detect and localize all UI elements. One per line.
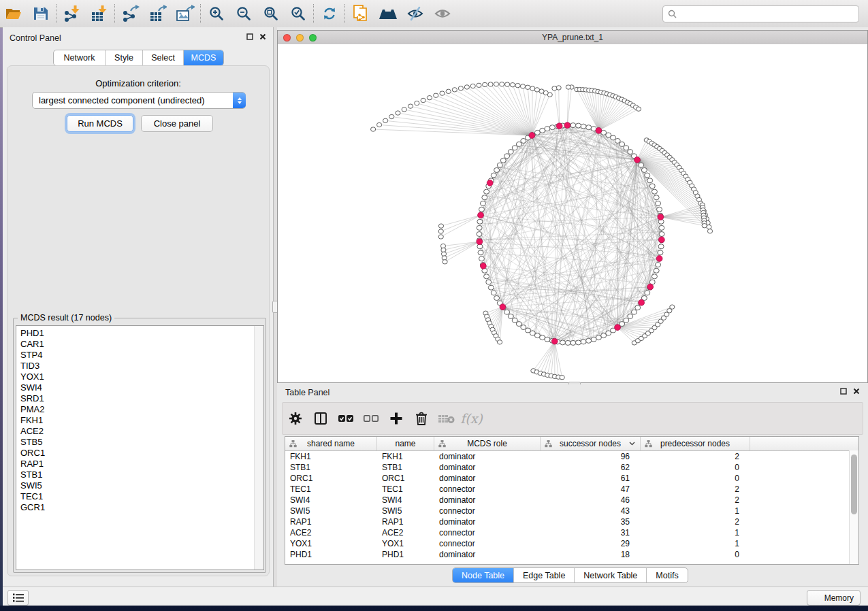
float-window-icon[interactable] [840, 388, 847, 395]
table-cell[interactable]: dominator [434, 517, 541, 527]
table-cell[interactable]: connector [434, 506, 541, 516]
tab-mcds[interactable]: MCDS [184, 50, 223, 65]
table-cell[interactable]: 29 [541, 539, 641, 548]
import-table-button[interactable] [86, 2, 113, 25]
table-cell[interactable]: 0 [641, 474, 750, 483]
table-cell[interactable]: 1 [641, 528, 750, 538]
table-cell[interactable]: ACE2 [285, 528, 377, 538]
mcds-result-item[interactable]: PHD1 [16, 326, 263, 339]
mcds-result-item[interactable]: SWI5 [16, 480, 263, 491]
mcds-result-item[interactable]: SRD1 [16, 393, 263, 404]
close-panel-button[interactable]: Close panel [141, 115, 213, 132]
table-cell[interactable]: 2 [641, 495, 750, 505]
table-settings-button[interactable] [283, 405, 308, 432]
network-graph[interactable] [278, 44, 867, 382]
search-field[interactable] [662, 5, 859, 22]
mcds-result-item[interactable]: PMA2 [16, 404, 263, 415]
show-graphics-details-button[interactable] [429, 2, 456, 25]
hide-graphics-details-button[interactable] [402, 2, 429, 25]
tab-motifs[interactable]: Motifs [647, 568, 687, 582]
table-cell[interactable]: SWI4 [285, 495, 377, 505]
table-row[interactable]: STB1STB1dominator620 [285, 462, 858, 473]
table-cell[interactable]: 31 [541, 528, 641, 538]
unselect-all-columns-button[interactable] [358, 405, 383, 432]
mcds-result-item[interactable]: TEC1 [16, 491, 263, 502]
table-cell[interactable]: ORC1 [285, 474, 377, 483]
table-row[interactable]: ACE2ACE2connector311 [285, 527, 858, 538]
network-overview-button[interactable] [374, 2, 402, 25]
table-cell[interactable]: STB1 [285, 463, 377, 472]
tab-style[interactable]: Style [106, 50, 143, 65]
mcds-result-item[interactable]: ACE2 [16, 426, 263, 437]
table-cell[interactable]: 2 [641, 517, 750, 527]
table-cell[interactable]: YOX1 [377, 539, 434, 548]
network-canvas[interactable] [278, 44, 867, 382]
table-cell[interactable]: YOX1 [285, 539, 377, 548]
mcds-list-scrollbar[interactable] [254, 326, 263, 569]
mcds-result-item[interactable]: ORC1 [16, 448, 263, 459]
table-cell[interactable]: dominator [434, 495, 541, 505]
table-cell[interactable]: 43 [541, 506, 641, 516]
mcds-result-item[interactable]: GCR1 [16, 502, 263, 513]
table-cell[interactable]: FKH1 [285, 452, 377, 461]
tab-network[interactable]: Network [54, 50, 106, 65]
table-row[interactable]: SWI5SWI5connector431 [285, 506, 858, 516]
table-cell[interactable]: STB1 [377, 463, 434, 472]
table-cell[interactable]: 35 [541, 517, 641, 527]
table-cell[interactable]: PHD1 [285, 550, 377, 559]
table-cell[interactable]: ORC1 [377, 474, 434, 483]
mcds-result-item[interactable]: STB1 [16, 469, 263, 480]
table-cell[interactable]: RAP1 [285, 517, 377, 527]
table-row[interactable]: PHD1PHD1dominator180 [285, 549, 858, 560]
table-scrollbar-thumb[interactable] [851, 455, 857, 514]
table-row[interactable]: SWI4SWI4dominator462 [285, 495, 858, 506]
column-header-name[interactable]: name [377, 437, 434, 450]
mcds-result-item[interactable]: YOX1 [16, 371, 263, 382]
zoom-fit-button[interactable] [257, 2, 285, 25]
table-cell[interactable]: 47 [541, 484, 641, 494]
column-header-successor-nodes[interactable]: successor nodes [541, 437, 641, 450]
table-cell[interactable]: 2 [641, 452, 750, 461]
table-row[interactable]: RAP1RAP1dominator352 [285, 516, 858, 527]
table-cell[interactable]: 18 [541, 550, 641, 559]
zoom-in-button[interactable] [203, 2, 230, 25]
table-cell[interactable]: dominator [434, 463, 541, 472]
close-panel-icon[interactable] [853, 388, 860, 395]
mcds-result-item[interactable]: TID3 [16, 361, 263, 371]
share-document-button[interactable] [347, 2, 374, 25]
zoom-out-button[interactable] [230, 2, 257, 25]
open-file-button[interactable] [0, 2, 27, 25]
table-row[interactable]: FKH1FKH1dominator962 [285, 451, 858, 462]
table-cell[interactable]: ACE2 [377, 528, 434, 538]
table-cell[interactable]: SWI4 [377, 495, 434, 505]
tab-select[interactable]: Select [143, 50, 184, 65]
mcds-result-item[interactable]: STB5 [16, 437, 263, 448]
table-cell[interactable]: connector [434, 539, 541, 548]
mcds-result-item[interactable]: CAR1 [16, 339, 263, 350]
column-header-mcds-role[interactable]: MCDS role [434, 437, 541, 450]
add-column-button[interactable] [383, 405, 408, 432]
table-cell[interactable]: connector [434, 528, 541, 538]
table-row[interactable]: YOX1YOX1connector291 [285, 538, 858, 549]
table-cell[interactable]: TEC1 [285, 484, 377, 494]
table-cell[interactable]: 96 [541, 452, 641, 461]
import-network-button[interactable] [59, 2, 86, 25]
table-cell[interactable]: dominator [434, 550, 541, 559]
table-cell[interactable]: 0 [641, 550, 750, 559]
select-all-columns-button[interactable] [333, 405, 358, 432]
mcds-result-item[interactable]: RAP1 [16, 459, 263, 469]
mcds-result-item[interactable]: SWI4 [16, 382, 263, 393]
zoom-selected-button[interactable] [285, 2, 312, 25]
float-window-icon[interactable] [246, 33, 253, 40]
tab-edge-table[interactable]: Edge Table [514, 568, 575, 582]
delete-column-button[interactable] [408, 405, 434, 432]
function-builder-button[interactable]: f(x) [459, 405, 484, 432]
table-cell[interactable]: 62 [541, 463, 641, 472]
table-cell[interactable]: dominator [434, 452, 541, 461]
table-cell[interactable]: TEC1 [377, 484, 434, 494]
table-cell[interactable]: 61 [541, 474, 641, 483]
export-table-button[interactable] [144, 2, 172, 25]
export-network-button[interactable] [117, 2, 144, 25]
memory-button[interactable]: Memory [807, 590, 861, 606]
table-cell[interactable]: SWI5 [285, 506, 377, 516]
